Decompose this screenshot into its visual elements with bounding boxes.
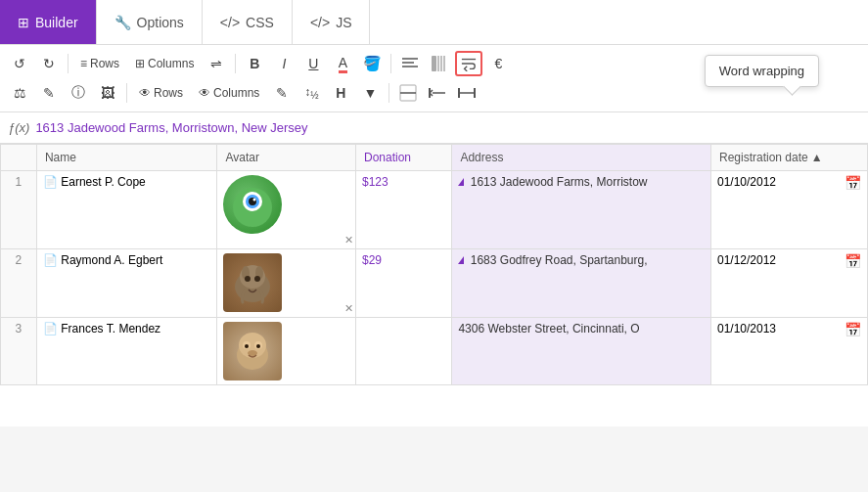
row-number-3: 3 bbox=[1, 318, 37, 385]
row-3-regdate-cell[interactable]: 01/10/2013 📅 bbox=[710, 318, 867, 385]
align-icon bbox=[402, 57, 418, 70]
row-3-name-cell[interactable]: 📄 Frances T. Mendez bbox=[36, 318, 217, 385]
sort-icon: ↕½ bbox=[304, 85, 318, 101]
row-2-name-cell[interactable]: 📄 Raymond A. Egbert bbox=[36, 249, 217, 318]
rows2-button[interactable]: 👁 Rows bbox=[132, 80, 190, 106]
wrap-left-icon bbox=[429, 84, 446, 102]
redo-button[interactable]: ↻ bbox=[35, 51, 63, 76]
heading-button[interactable]: H bbox=[327, 80, 354, 106]
italic-button[interactable]: I bbox=[270, 51, 297, 76]
columns-button[interactable]: ⊞ Columns bbox=[128, 51, 201, 76]
code-icon-css: </> bbox=[220, 15, 240, 30]
file-icon-3: 📄 bbox=[43, 322, 61, 335]
edit2-button[interactable]: ✎ bbox=[268, 80, 296, 106]
row-1-name-cell[interactable]: 📄 Earnest P. Cope bbox=[36, 171, 217, 249]
calendar-icon-3[interactable]: 📅 bbox=[845, 322, 861, 337]
heading-icon: H bbox=[336, 85, 345, 101]
address-triangle-icon-1 bbox=[458, 178, 464, 186]
row-1-address-cell[interactable]: 1613 Jadewood Farms, Morristow bbox=[452, 171, 711, 249]
avatar-mammoth bbox=[223, 253, 282, 312]
regdate-3-container: 01/10/2013 📅 bbox=[717, 322, 861, 337]
font-color-button[interactable]: A bbox=[329, 51, 356, 76]
table-row: 3 📄 Frances T. Mendez bbox=[1, 318, 868, 385]
col-header-donation[interactable]: Donation bbox=[355, 145, 451, 171]
row-2-donation-cell[interactable]: $29 bbox=[355, 249, 451, 318]
avatar-sloth bbox=[223, 322, 282, 380]
wrap-both-button[interactable] bbox=[453, 80, 480, 106]
underline-icon: U bbox=[308, 56, 318, 71]
columns-grid-icon: ⊞ bbox=[135, 57, 145, 70]
fill-icon: 🪣 bbox=[363, 55, 382, 72]
row-2-avatar-cell[interactable]: ✕ bbox=[217, 249, 356, 318]
svg-point-31 bbox=[245, 344, 249, 348]
svg-rect-3 bbox=[432, 56, 436, 71]
col-header-regdate[interactable]: Registration date ▲ bbox=[710, 145, 867, 171]
row-3-address-cell[interactable]: 4306 Webster Street, Cincinnati, O bbox=[452, 318, 711, 385]
col-header-rownum bbox=[1, 145, 37, 171]
sloth-svg bbox=[227, 326, 278, 377]
currency-button[interactable]: € bbox=[484, 51, 512, 76]
info-button[interactable]: ⓘ bbox=[65, 80, 92, 106]
separator-5 bbox=[388, 83, 389, 103]
transfer-button[interactable]: ⇌ bbox=[203, 51, 230, 76]
undo-button[interactable]: ↺ bbox=[6, 51, 33, 76]
formula-value[interactable]: 1613 Jadewood Farms, Morristown, New Jer… bbox=[35, 120, 307, 135]
rows2-label: Rows bbox=[154, 86, 183, 100]
col-header-avatar[interactable]: Avatar bbox=[217, 145, 356, 171]
edit-button[interactable]: ✎ bbox=[35, 80, 63, 106]
data-grid: Name Avatar Donation Address Registratio… bbox=[0, 144, 868, 426]
row-1-regdate-cell[interactable]: 01/10/2012 📅 bbox=[710, 171, 867, 249]
tab-css[interactable]: </> CSS bbox=[203, 0, 293, 44]
col-header-address[interactable]: Address bbox=[452, 145, 711, 171]
sort-ascending-icon[interactable]: ▲ bbox=[811, 151, 823, 164]
calendar-icon-1[interactable]: 📅 bbox=[845, 175, 861, 191]
tab-builder[interactable]: ⊞ Builder bbox=[0, 0, 97, 44]
bold-icon: B bbox=[250, 56, 259, 71]
delete-avatar-2[interactable]: ✕ bbox=[344, 302, 353, 315]
rows-grid-icon: ≡ bbox=[80, 57, 87, 70]
svg-point-25 bbox=[245, 276, 251, 282]
wrap-left-button[interactable] bbox=[424, 80, 451, 106]
separator-1 bbox=[68, 54, 69, 73]
tab-css-label: CSS bbox=[246, 15, 274, 30]
rows2-icon: 👁 bbox=[139, 86, 151, 100]
row-2-regdate-cell[interactable]: 01/12/2012 📅 bbox=[710, 249, 867, 318]
word-wrap-tooltip: Word wrapping bbox=[705, 55, 819, 87]
bold-button[interactable]: B bbox=[241, 51, 268, 76]
word-wrap-button[interactable] bbox=[455, 51, 482, 76]
table-row: 1 📄 Earnest P. Cope bbox=[1, 171, 868, 249]
wrap-both-icon bbox=[458, 84, 476, 102]
svg-point-26 bbox=[254, 276, 260, 282]
row-3-avatar-cell[interactable] bbox=[217, 318, 356, 385]
tab-options[interactable]: 🔧 Options bbox=[97, 0, 203, 44]
columns2-label: Columns bbox=[213, 86, 259, 100]
align-button[interactable] bbox=[396, 51, 424, 76]
delete-avatar-1[interactable]: ✕ bbox=[344, 234, 353, 246]
row-3-donation-cell[interactable] bbox=[355, 318, 451, 385]
code-icon-js: </> bbox=[310, 15, 330, 30]
wrap-fixed-button[interactable] bbox=[394, 80, 422, 106]
image-button[interactable]: 🖼 bbox=[94, 80, 121, 106]
table-row: 2 📄 Raymond A. Egbert bbox=[1, 249, 868, 318]
columns2-button[interactable]: 👁 Columns bbox=[192, 80, 266, 106]
regdate-1-container: 01/10/2012 📅 bbox=[717, 175, 861, 191]
fill-color-button[interactable]: 🪣 bbox=[358, 51, 386, 76]
rows-button[interactable]: ≡ Rows bbox=[73, 51, 126, 76]
calendar-icon-2[interactable]: 📅 bbox=[845, 253, 861, 269]
row-2-address-cell[interactable]: 1683 Godfrey Road, Spartanburg, bbox=[452, 249, 711, 318]
sort-button[interactable]: ↕½ bbox=[297, 80, 325, 106]
underline-button[interactable]: U bbox=[299, 51, 327, 76]
regdate-2-container: 01/12/2012 📅 bbox=[717, 253, 861, 269]
col-header-name[interactable]: Name bbox=[36, 145, 217, 171]
filter-button[interactable]: ▼ bbox=[356, 80, 384, 106]
balance-button[interactable]: ⚖ bbox=[6, 80, 33, 106]
separator-3 bbox=[390, 54, 391, 73]
svg-point-20 bbox=[253, 199, 256, 201]
tab-js[interactable]: </> JS bbox=[293, 0, 371, 44]
formula-label: ƒ(x) bbox=[8, 120, 29, 135]
freeze-col-button[interactable] bbox=[426, 51, 453, 76]
row-1-donation-cell[interactable]: $123 bbox=[355, 171, 451, 249]
freeze-col-icon bbox=[432, 56, 447, 71]
mammoth-svg bbox=[227, 257, 278, 308]
row-1-avatar-cell[interactable]: ✕ bbox=[217, 171, 356, 249]
